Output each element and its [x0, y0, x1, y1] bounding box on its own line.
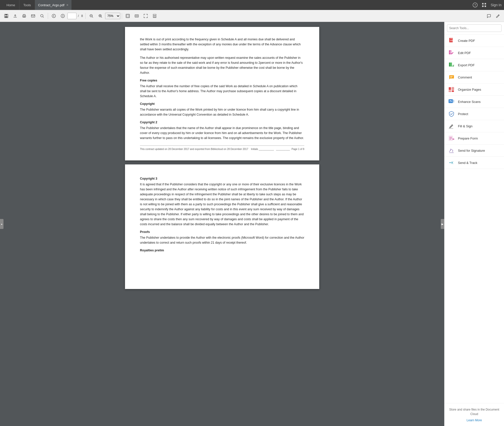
pdf-para-2: The Author or his authorised representat…	[140, 55, 304, 75]
protect-label: Protect	[458, 112, 468, 116]
page-total-count: 8	[81, 14, 83, 18]
print-button[interactable]	[20, 12, 28, 20]
zoom-in-button[interactable]	[96, 12, 105, 20]
tool-create-pdf[interactable]: PDF Create PDF	[444, 35, 504, 47]
prev-page-button[interactable]	[50, 12, 58, 20]
protect-icon	[448, 110, 455, 117]
svg-rect-5	[485, 5, 486, 7]
left-panel-toggle[interactable]: ▸	[0, 219, 3, 229]
tool-send-track[interactable]: Send & Track	[444, 157, 504, 169]
send-track-label: Send & Track	[458, 161, 477, 165]
prepare-form-label: Prepare Form	[458, 137, 478, 140]
svg-point-40	[450, 100, 451, 101]
sign-in-button[interactable]: Sign In	[491, 3, 502, 7]
nav-home[interactable]: Home	[2, 0, 19, 10]
nav-tools[interactable]: Tools	[19, 0, 35, 10]
save-button[interactable]	[2, 12, 10, 20]
tool-export-pdf[interactable]: Export PDF	[444, 59, 504, 71]
tool-protect[interactable]: Protect	[444, 108, 504, 120]
pdf-text-copyright2: The Publisher undertakes that the name o…	[140, 126, 304, 141]
learn-more-link[interactable]: Learn More	[467, 419, 482, 422]
svg-rect-11	[31, 15, 35, 17]
next-page-button[interactable]	[59, 12, 67, 20]
pdf-text-proofs: The Publisher undertakes to provide the …	[140, 235, 304, 245]
footer-contract-text: This contract updated on 28 December 201…	[140, 148, 290, 150]
toolbar-separator-1	[48, 13, 48, 19]
zoom-select[interactable]: 50% 75% 100% 125% 150% 200%	[105, 13, 120, 19]
svg-rect-31	[450, 63, 452, 67]
pdf-page1-footer: This contract updated on 28 December 201…	[140, 145, 304, 150]
tool-send-for-signature[interactable]: Send for Signature	[444, 144, 504, 157]
top-nav: Home Tools Contract_Argo.pdf × ? Sign In	[0, 0, 504, 10]
organize-pages-label: Organize Pages	[458, 88, 481, 91]
fit-width-button[interactable]	[132, 12, 141, 20]
file-tab-name: Contract_Argo.pdf	[38, 3, 64, 7]
svg-point-49	[453, 161, 453, 162]
svg-rect-3	[485, 3, 486, 4]
svg-text:PDF: PDF	[450, 40, 453, 41]
svg-rect-36	[449, 90, 451, 92]
email-button[interactable]	[29, 12, 37, 20]
main-content: ▸ the Work is out of print according to …	[0, 22, 504, 426]
nav-file-tab[interactable]: Contract_Argo.pdf ×	[35, 0, 71, 10]
svg-rect-2	[482, 3, 484, 4]
footer-page-number: Page 1 of 8	[292, 148, 304, 150]
svg-rect-8	[5, 16, 7, 17]
pdf-heading-proofs: Proofs	[140, 230, 304, 234]
export-pdf-icon	[448, 62, 455, 69]
pdf-viewer[interactable]: the Work is out of print according to th…	[0, 22, 444, 426]
pdf-heading-free-copies: Free copies	[140, 79, 304, 82]
search-tools-input[interactable]	[447, 24, 502, 32]
right-panel: PDF Create PDF Edit PDF	[444, 22, 504, 426]
svg-rect-35	[452, 87, 454, 90]
search-tools-container	[444, 22, 504, 35]
markup-button[interactable]	[494, 12, 502, 20]
create-pdf-label: Create PDF	[458, 39, 475, 43]
search-button[interactable]	[38, 12, 46, 20]
svg-point-14	[61, 14, 64, 18]
upload-button[interactable]	[11, 12, 19, 20]
pdf-heading-copyright: Copyright	[140, 102, 304, 106]
fullscreen-button[interactable]	[141, 12, 150, 20]
pdf-text-copyright3: It is agreed that if the Publisher consi…	[140, 182, 304, 227]
pdf-heading-copyright2: Copyright 2	[140, 121, 304, 124]
zoom-out-button[interactable]	[87, 12, 96, 20]
enhance-scans-label: Enhance Scans	[458, 100, 481, 104]
svg-rect-20	[153, 16, 156, 17]
page-number-input[interactable]: 1	[67, 13, 76, 19]
help-icon[interactable]: ?	[473, 2, 478, 7]
tool-enhance-scans[interactable]: Enhance Scans	[444, 96, 504, 108]
app-switcher-icon[interactable]	[482, 2, 487, 7]
pdf-page-2: Copyright 3 It is agreed that if the Pub…	[125, 164, 319, 289]
pdf-text-free-copies: The Author shall receive the number of f…	[140, 84, 304, 99]
pdf-para-1: the Work is out of print according to th…	[140, 37, 304, 52]
svg-rect-19	[153, 14, 156, 15]
scroll-mode-button[interactable]	[150, 12, 159, 20]
pdf-heading-royalties: Royalties prelim	[140, 249, 304, 252]
organize-pages-icon	[448, 86, 455, 93]
close-tab-button[interactable]: ×	[66, 3, 68, 7]
prepare-form-icon	[448, 135, 455, 142]
svg-rect-34	[449, 87, 451, 90]
comment-label: Comment	[458, 75, 472, 79]
tool-edit-pdf[interactable]: Edit PDF	[444, 47, 504, 59]
tool-comment[interactable]: Comment	[444, 71, 504, 83]
pdf-text-copyright: The Publisher warrants all copies of the…	[140, 107, 304, 117]
edit-pdf-icon	[448, 49, 455, 56]
fit-page-button[interactable]	[124, 12, 132, 20]
footer-cloud-text: Store and share files in the Document Cl…	[448, 407, 500, 416]
comment-tool-button[interactable]	[485, 12, 493, 20]
right-panel-footer: Store and share files in the Document Cl…	[444, 403, 504, 426]
tool-organize-pages[interactable]: Organize Pages	[444, 83, 504, 96]
toolbar: 1 / 8 50% 75% 100% 125% 150% 200%	[0, 10, 504, 22]
svg-rect-46	[452, 139, 454, 140]
svg-rect-17	[126, 14, 129, 18]
fill-sign-label: Fill & Sign	[458, 124, 473, 128]
svg-rect-4	[482, 5, 484, 7]
tool-prepare-form[interactable]: Prepare Form	[444, 132, 504, 144]
send-signature-icon	[448, 147, 455, 154]
tool-fill-sign[interactable]: Fill & Sign	[444, 120, 504, 132]
right-panel-toggle[interactable]: ▶	[441, 219, 444, 229]
svg-point-47	[450, 162, 450, 163]
send-track-icon	[448, 159, 455, 166]
